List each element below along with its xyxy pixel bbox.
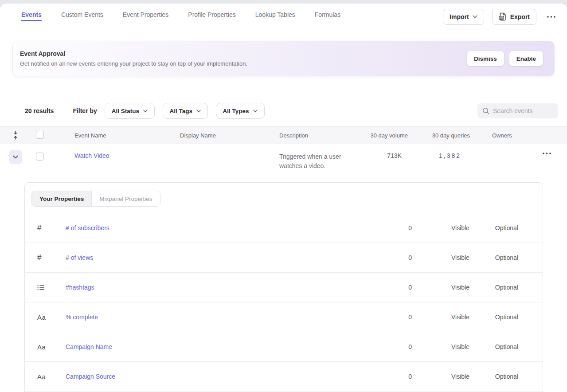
dismiss-button[interactable]: Dismiss xyxy=(467,51,504,66)
filter-dropdown-label: All Status xyxy=(112,108,139,114)
property-row: # # of subscribers 0 Visible Optional xyxy=(25,213,543,243)
properties-list: # # of subscribers 0 Visible Optional # … xyxy=(25,213,543,392)
property-value: 0 xyxy=(359,343,412,350)
collapse-all-icon[interactable] xyxy=(0,131,31,140)
search-box[interactable] xyxy=(477,103,558,118)
search-icon xyxy=(482,107,489,114)
nav-tab-label: Formulas xyxy=(315,11,340,18)
property-visibility: Visible xyxy=(412,224,469,231)
filter-dropdown-label: All Types xyxy=(223,108,249,114)
event-name-link[interactable]: Watch Video xyxy=(74,152,109,159)
chevron-down-icon xyxy=(473,15,477,18)
chevron-down-icon xyxy=(196,110,201,113)
property-visibility: Visible xyxy=(412,373,469,380)
properties-tab-label: Mixpanel Properties xyxy=(99,196,152,202)
property-requirement: Optional xyxy=(469,224,518,231)
property-row: Aa Campaign Name 0 Visible Optional xyxy=(25,332,543,362)
collapse-row-button[interactable] xyxy=(9,150,22,164)
divider xyxy=(64,105,64,117)
nav-tab[interactable]: Custom Events xyxy=(61,4,103,30)
property-visibility: Visible xyxy=(412,254,469,261)
row-checkbox[interactable] xyxy=(36,153,44,161)
lexicon-app: Events Custom Events Event Properties Pr… xyxy=(0,4,567,392)
more-options-button[interactable] xyxy=(544,14,558,20)
col-owners: Owners xyxy=(470,132,528,139)
properties-tab[interactable]: Your Properties xyxy=(32,191,92,206)
property-requirement: Optional xyxy=(469,284,518,291)
property-name-link[interactable]: Campaign Name xyxy=(66,343,112,350)
properties-tab-control: Your Properties Mixpanel Properties xyxy=(31,191,160,207)
description-cell: Triggered when a user watches a video. xyxy=(279,152,359,171)
property-row: #hashtags 0 Visible Optional xyxy=(25,273,543,302)
filter-by-label: Filter by xyxy=(73,107,97,114)
nav-tab-label: Event Properties xyxy=(123,11,169,18)
nav-tab-label: Lookup Tables xyxy=(255,11,295,18)
filter-dropdown[interactable]: All Types xyxy=(216,103,265,119)
property-requirement: Optional xyxy=(469,343,518,350)
panel-tabs-header: Your Properties Mixpanel Properties xyxy=(25,183,543,213)
events-table-header: Event Name Display Name Description 30 d… xyxy=(0,126,567,144)
row-more-options-button[interactable] xyxy=(540,151,554,156)
nav-tab[interactable]: Events xyxy=(21,4,42,30)
property-requirement: Optional xyxy=(469,314,518,321)
number-type-icon: # xyxy=(37,253,66,262)
property-visibility: Visible xyxy=(412,284,469,291)
property-name-link[interactable]: # of subscribers xyxy=(66,224,109,231)
col-30-day-queries: 30 day queries xyxy=(408,132,470,139)
nav-tab[interactable]: Lookup Tables xyxy=(255,4,295,30)
filter-dropdown-label: All Tags xyxy=(170,108,193,114)
select-all-checkbox[interactable] xyxy=(36,131,44,139)
list-type-icon xyxy=(37,284,66,290)
chevron-down-icon xyxy=(253,110,258,113)
banner-title: Event Approval xyxy=(20,50,467,57)
col-description: Description xyxy=(279,132,359,139)
property-row: Aa Campaign Source 0 Visible Optional xyxy=(25,362,543,392)
col-30-day-volume: 30 day volume xyxy=(359,132,408,139)
property-row: # # of views 0 Visible Optional xyxy=(25,243,543,273)
enable-button[interactable]: Enable xyxy=(509,51,543,66)
property-value: 0 xyxy=(359,254,412,261)
nav-tab[interactable]: Event Properties xyxy=(123,4,169,30)
top-nav-bar: Events Custom Events Event Properties Pr… xyxy=(0,4,567,30)
property-name-link[interactable]: % complete xyxy=(66,314,98,321)
banner-actions: Dismiss Enable xyxy=(467,51,543,66)
nav-tab-label: Profile Properties xyxy=(188,11,235,18)
property-name-link[interactable]: Campaign Source xyxy=(66,373,115,380)
search-input[interactable] xyxy=(493,107,553,114)
svg-text:csv: csv xyxy=(500,17,503,19)
property-name-link[interactable]: #hashtags xyxy=(66,284,94,291)
filter-dropdown[interactable]: All Tags xyxy=(163,103,208,119)
export-button[interactable]: csv Export xyxy=(492,9,536,25)
chevron-down-icon xyxy=(143,110,148,113)
col-event-name: Event Name xyxy=(66,132,180,139)
nav-tab[interactable]: Profile Properties xyxy=(188,4,235,30)
filter-dropdown[interactable]: All Status xyxy=(105,103,155,119)
property-visibility: Visible xyxy=(412,314,469,321)
nav-tabs: Events Custom Events Event Properties Pr… xyxy=(21,4,443,30)
nav-tab-label: Events xyxy=(21,11,42,18)
nav-tab[interactable]: Formulas xyxy=(315,4,340,30)
queries-cell: 1,382 xyxy=(408,152,470,159)
banner-text: Event Approval Get notified on all new e… xyxy=(20,50,467,67)
property-visibility: Visible xyxy=(412,343,469,350)
import-button[interactable]: Import xyxy=(443,9,484,25)
ellipsis-icon xyxy=(543,153,551,154)
property-value: 0 xyxy=(359,224,412,231)
results-count: 20 results xyxy=(25,107,54,114)
property-name-link[interactable]: # of views xyxy=(66,254,93,261)
properties-tab[interactable]: Mixpanel Properties xyxy=(92,191,160,206)
property-value: 0 xyxy=(359,314,412,321)
property-requirement: Optional xyxy=(469,373,518,380)
property-requirement: Optional xyxy=(469,254,518,261)
csv-file-icon: csv xyxy=(499,12,507,21)
properties-tab-label: Your Properties xyxy=(39,196,84,202)
property-value: 0 xyxy=(359,373,412,380)
event-properties-panel: Your Properties Mixpanel Properties # # … xyxy=(24,182,543,392)
nav-tab-label: Custom Events xyxy=(61,11,103,18)
property-value: 0 xyxy=(359,284,412,291)
topbar-actions: Import csv Export xyxy=(443,9,558,25)
banner-description: Get notified on all new events entering … xyxy=(20,60,467,67)
text-type-icon: Aa xyxy=(37,373,66,380)
ellipsis-icon xyxy=(547,16,555,18)
filter-dropdowns: All Status All Tags All Types xyxy=(105,103,270,119)
